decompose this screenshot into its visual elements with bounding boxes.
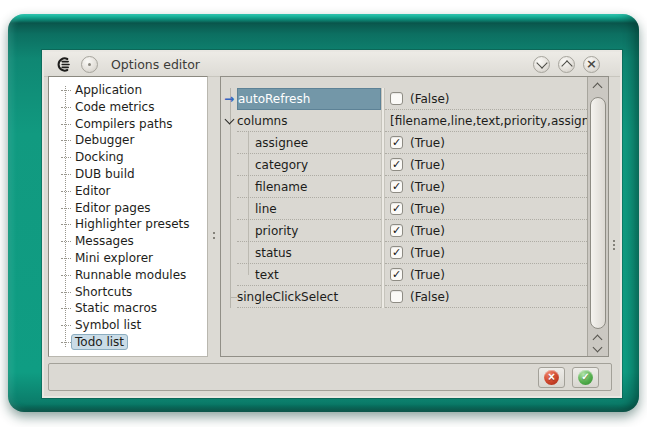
property-name[interactable]: status bbox=[237, 242, 381, 264]
splitter-grip bbox=[213, 232, 215, 234]
sidebar-item-code-metrics[interactable]: Code metrics bbox=[49, 99, 207, 116]
check-icon: ✓ bbox=[392, 203, 401, 214]
accept-button[interactable]: ✓ bbox=[572, 367, 599, 388]
window-menu-icon bbox=[88, 63, 91, 66]
right-splitter[interactable] bbox=[609, 76, 620, 357]
property-name[interactable]: category bbox=[237, 154, 381, 176]
close-button[interactable]: × bbox=[583, 56, 600, 73]
property-name[interactable]: singleClickSelect bbox=[237, 286, 381, 308]
cancel-button[interactable]: × bbox=[538, 367, 565, 388]
row-text: text ✓ (True) bbox=[221, 264, 608, 286]
property-value[interactable]: ✓ (True) bbox=[385, 176, 587, 198]
sidebar-item-docking[interactable]: Docking bbox=[49, 149, 207, 166]
sidebar-item-dub-build[interactable]: DUB build bbox=[49, 166, 207, 183]
property-value[interactable]: ✓ (True) bbox=[385, 154, 587, 176]
collapse-chevron-icon[interactable] bbox=[224, 115, 234, 125]
grid-scrollbar[interactable] bbox=[587, 77, 608, 356]
property-rows: → autoRefresh (False) columns bbox=[221, 88, 608, 308]
property-name[interactable]: assignee bbox=[237, 132, 381, 154]
checkbox-checked[interactable]: ✓ bbox=[390, 224, 403, 237]
chevron-down-icon bbox=[536, 57, 547, 68]
sidebar-item-todo-list[interactable]: Todo list bbox=[49, 334, 207, 351]
checkbox-checked[interactable]: ✓ bbox=[390, 268, 403, 281]
window-frame: Options editor × Application Co bbox=[8, 14, 639, 412]
property-name[interactable]: autoRefresh bbox=[237, 88, 381, 110]
check-icon: ✓ bbox=[392, 247, 401, 258]
window-menu-button[interactable] bbox=[81, 56, 98, 73]
sidebar-item-mini-explorer[interactable]: Mini explorer bbox=[49, 250, 207, 267]
sidebar-item-highlighter-presets[interactable]: Highlighter presets bbox=[49, 216, 207, 233]
scroll-up-icon[interactable] bbox=[593, 83, 603, 93]
sidebar-item-symbol-list[interactable]: Symbol list bbox=[49, 317, 207, 334]
sidebar-item-editor-pages[interactable]: Editor pages bbox=[49, 200, 207, 217]
row-filename: filename ✓ (True) bbox=[221, 176, 608, 198]
check-icon: ✓ bbox=[392, 269, 401, 280]
property-name[interactable]: columns bbox=[237, 110, 381, 132]
checkbox-checked[interactable]: ✓ bbox=[390, 158, 403, 171]
sidebar-item-messages[interactable]: Messages bbox=[49, 233, 207, 250]
checkbox-unchecked[interactable] bbox=[390, 92, 403, 105]
row-assignee: assignee ✓ (True) bbox=[221, 132, 608, 154]
check-icon: ✓ bbox=[392, 137, 401, 148]
checkbox-checked[interactable]: ✓ bbox=[390, 202, 403, 215]
window-controls: × bbox=[533, 56, 600, 73]
sidebar-item-debugger[interactable]: Debugger bbox=[49, 132, 207, 149]
coedit-logo-icon bbox=[55, 56, 72, 73]
minimize-button[interactable] bbox=[533, 56, 550, 73]
chevron-up-icon bbox=[561, 60, 572, 71]
check-icon: ✓ bbox=[392, 225, 401, 236]
property-name[interactable]: filename bbox=[237, 176, 381, 198]
cancel-icon: × bbox=[544, 370, 559, 385]
property-value[interactable]: ✓ (True) bbox=[385, 220, 587, 242]
property-value[interactable]: (False) bbox=[385, 88, 587, 110]
row-columns: columns [filename,line,text,priority,ass… bbox=[221, 110, 608, 132]
checkbox-checked[interactable]: ✓ bbox=[390, 136, 403, 149]
property-name[interactable]: line bbox=[237, 198, 381, 220]
property-value[interactable]: ✓ (True) bbox=[385, 242, 587, 264]
property-grid: → autoRefresh (False) columns bbox=[220, 76, 609, 357]
row-category: category ✓ (True) bbox=[221, 154, 608, 176]
desktop: Options editor × Application Co bbox=[0, 0, 647, 427]
titlebar[interactable]: Options editor × bbox=[44, 52, 620, 77]
row-autoRefresh: → autoRefresh (False) bbox=[221, 88, 608, 110]
property-value[interactable]: [filename,line,text,priority,assigne bbox=[385, 110, 587, 132]
selected-row-arrow-icon: → bbox=[224, 93, 234, 105]
panel-splitter[interactable] bbox=[208, 76, 220, 357]
property-value[interactable]: ✓ (True) bbox=[385, 198, 587, 220]
property-value[interactable]: ✓ (True) bbox=[385, 132, 587, 154]
scroll-down-icon[interactable] bbox=[593, 343, 603, 353]
options-editor-window: Options editor × Application Co bbox=[44, 52, 620, 396]
app-icon[interactable] bbox=[54, 55, 72, 73]
sidebar-item-application[interactable]: Application bbox=[49, 82, 207, 99]
scrollbar-thumb[interactable] bbox=[590, 97, 606, 329]
category-list[interactable]: Application Code metrics Compilers paths… bbox=[48, 76, 208, 357]
close-icon: × bbox=[586, 57, 597, 70]
accept-icon: ✓ bbox=[578, 370, 593, 385]
row-line: line ✓ (True) bbox=[221, 198, 608, 220]
sidebar-item-runnable-modules[interactable]: Runnable modules bbox=[49, 267, 207, 284]
window-title: Options editor bbox=[111, 57, 533, 72]
sidebar-item-shortcuts[interactable]: Shortcuts bbox=[49, 284, 207, 301]
check-icon: ✓ bbox=[392, 159, 401, 170]
maximize-button[interactable] bbox=[558, 56, 575, 73]
checkbox-checked[interactable]: ✓ bbox=[390, 246, 403, 259]
checkbox-unchecked[interactable] bbox=[390, 290, 403, 303]
sidebar-item-compilers-paths[interactable]: Compilers paths bbox=[49, 116, 207, 133]
property-value[interactable]: (False) bbox=[385, 286, 587, 308]
property-value[interactable]: ✓ (True) bbox=[385, 264, 587, 286]
footer-toolbar: × ✓ bbox=[48, 363, 612, 391]
checkbox-checked[interactable]: ✓ bbox=[390, 180, 403, 193]
row-priority: priority ✓ (True) bbox=[221, 220, 608, 242]
selected-item-highlight: Todo list bbox=[71, 334, 128, 350]
row-status: status ✓ (True) bbox=[221, 242, 608, 264]
property-name[interactable]: priority bbox=[237, 220, 381, 242]
row-singleClickSelect: singleClickSelect (False) bbox=[221, 286, 608, 308]
sidebar-item-static-macros[interactable]: Static macros bbox=[49, 300, 207, 317]
check-icon: ✓ bbox=[392, 181, 401, 192]
sidebar-item-editor[interactable]: Editor bbox=[49, 183, 207, 200]
property-name[interactable]: text bbox=[237, 264, 381, 286]
